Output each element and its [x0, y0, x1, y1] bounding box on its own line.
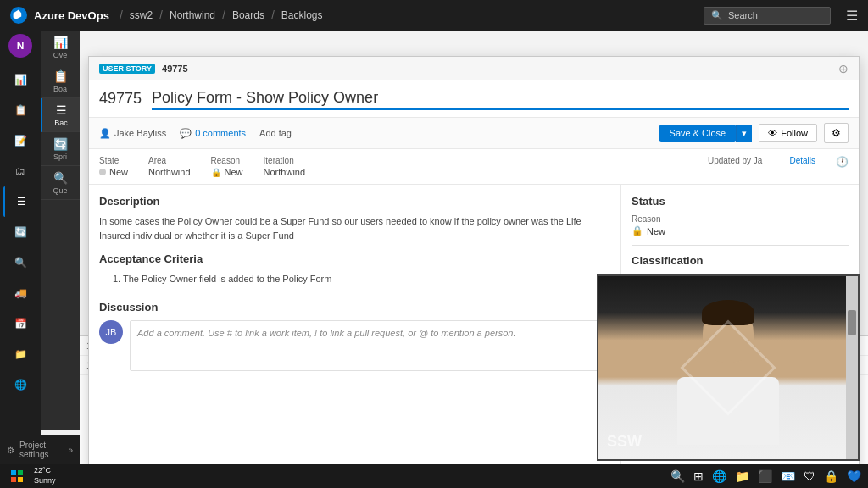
nav-project[interactable]: Northwind [170, 9, 215, 21]
snav-ove-icon: 📊 [53, 36, 68, 49]
backlogs-icon: ☰ [17, 196, 26, 208]
taskbar-mail-icon[interactable]: 📧 [781, 469, 795, 483]
start-button[interactable] [7, 468, 27, 485]
snav-que[interactable]: 🔍 Que [41, 166, 80, 200]
weather-widget: 22°C Sunny [34, 466, 56, 485]
reason-value: 🔒 New [211, 167, 243, 177]
rp-reason-label: Reason [632, 214, 849, 224]
overview-icon: 📊 [14, 74, 27, 86]
sidebar-item-boards[interactable]: 📋 [3, 95, 37, 125]
save-close-button[interactable]: Save & Close [659, 125, 737, 142]
wi-header-bar: USER STORY 49775 ⊕ [89, 57, 859, 80]
wi-title-input[interactable] [152, 87, 849, 110]
project-settings-label: Project settings [19, 441, 63, 459]
comments-count: 0 comments [195, 128, 246, 138]
snav-spri-icon: 🔄 [53, 137, 68, 151]
add-tag-button[interactable]: Add tag [259, 128, 292, 138]
author-name: Jake Bayliss [114, 128, 166, 138]
sidebar-item-overview[interactable]: 📊 [3, 64, 37, 95]
sprints-icon: 🔄 [14, 226, 27, 238]
sidebar-nav: 📊 Ove 📋 Boa ☰ Bac 🔄 Spri 🔍 Que [41, 30, 80, 430]
sidebar-item-sprints[interactable]: 🔄 [3, 217, 37, 247]
taskbar-security-icon[interactable]: 🛡 [804, 469, 815, 483]
acceptance-title: Acceptance Criteria [99, 252, 610, 265]
top-nav: Azure DevOps / ssw2 / Northwind / Boards… [0, 0, 868, 30]
wi-settings-button[interactable]: ⚙ [824, 123, 849, 143]
author-icon: 👤 [99, 128, 111, 139]
wi-left-panel: Description In some cases the Policy Own… [89, 185, 621, 464]
nav-boards[interactable]: Boards [232, 9, 264, 21]
temperature: 22°C [34, 466, 51, 476]
taskbar: 22°C Sunny 🔍 ⊞ 🌐 📁 ⬛ 📧 🛡 🔒 💙 [0, 464, 868, 488]
snav-spri[interactable]: 🔄 Spri [41, 132, 80, 166]
hamburger-icon[interactable]: ☰ [846, 8, 858, 24]
boards-icon: 📋 [14, 104, 27, 116]
taskbar-code-icon[interactable]: 💙 [847, 469, 861, 483]
state-label: State [99, 156, 128, 165]
state-circle [99, 169, 106, 175]
app-title: Azure DevOps [34, 9, 109, 22]
snav-bac-label: Bac [54, 119, 68, 127]
wi-id: 49775 [162, 64, 188, 74]
wi-number: 49775 [99, 90, 142, 108]
sep1: / [120, 8, 123, 22]
nav-org[interactable]: ssw2 [130, 9, 153, 21]
taskbar-edge-icon[interactable]: 🌐 [712, 469, 726, 483]
search-box[interactable]: 🔍 Search [704, 7, 831, 25]
reason-field: Reason 🔒 New [211, 156, 243, 177]
video-logo: SSW [607, 433, 642, 451]
snav-ove[interactable]: 📊 Ove [41, 30, 80, 64]
taskbar-search-icon[interactable]: 🔍 [670, 469, 685, 483]
sidebar-item-delivery[interactable]: 🚚 [3, 278, 37, 308]
sidebar-item-plans[interactable]: 📅 [3, 308, 37, 339]
taskbar-terminal-icon[interactable]: ⬛ [758, 469, 772, 483]
sidebar-item-workitems[interactable]: 📝 [3, 125, 37, 156]
sidebar-item-backlogs[interactable]: ☰ [3, 186, 37, 217]
delivery-icon: 🚚 [14, 287, 27, 299]
sidebar-item-boards2[interactable]: 🗂 [3, 156, 37, 186]
follow-label: Follow [781, 128, 808, 138]
sep3: / [222, 8, 225, 22]
nav-backlogs[interactable]: Backlogs [281, 9, 323, 21]
history-icon[interactable]: 🕐 [836, 156, 849, 168]
snav-ove-label: Ove [53, 51, 68, 59]
taskbar-folder-icon[interactable]: 📁 [735, 469, 749, 483]
snav-boa[interactable]: 📋 Boa [41, 64, 80, 98]
plans-icon: 📅 [14, 318, 27, 330]
chevron-right-icon: » [68, 446, 73, 455]
state-text: New [109, 167, 128, 177]
project-settings-bar: ⚙ Project settings » [0, 435, 80, 464]
save-dropdown-button[interactable]: ▾ [736, 125, 752, 142]
follow-button[interactable]: 👁 Follow [759, 124, 817, 142]
sep4: / [271, 8, 275, 22]
project-settings-item[interactable]: ⚙ Project settings » [0, 435, 80, 464]
wi-title-row: 49775 [89, 80, 859, 118]
workitems-icon: 📝 [14, 135, 27, 147]
sep2: / [159, 8, 163, 22]
ports-icon: 📁 [14, 348, 27, 360]
snav-boa-label: Boa [53, 85, 67, 93]
classification-title: Classification [632, 254, 849, 267]
wi-type-badge: USER STORY [99, 64, 155, 74]
drag-icon: ⊕ [838, 62, 849, 75]
sidebar-item-queries[interactable]: 🔍 [3, 247, 37, 278]
details-button[interactable]: Details [789, 156, 815, 165]
iteration-field: Iteration Northwind [264, 156, 306, 177]
wi-comments[interactable]: 💬 0 comments [180, 128, 246, 139]
save-close-label: Save & Close [670, 128, 726, 138]
snav-bac[interactable]: ☰ Bac [41, 98, 80, 132]
taskbar-task-icon[interactable]: ⊞ [693, 469, 704, 483]
sidebar-item-repos[interactable]: 🌐 [3, 369, 37, 400]
sidebar-item-ports[interactable]: 📁 [3, 339, 37, 369]
video-scrollbar[interactable] [846, 276, 858, 459]
snav-que-icon: 🔍 [53, 171, 68, 185]
description-title: Description [99, 195, 610, 208]
commenter-avatar: JB [99, 320, 123, 344]
gear-icon: ⚙ [832, 127, 841, 139]
taskbar-vpn-icon[interactable]: 🔒 [824, 469, 838, 483]
taskbar-icons: 🔍 ⊞ 🌐 📁 ⬛ 📧 🛡 🔒 💙 [670, 469, 861, 483]
description-text: In some cases the Policy Owner could be … [99, 214, 610, 242]
search-label: Search [728, 10, 758, 20]
comment-input[interactable]: Add a comment. Use # to link a work item… [130, 320, 610, 371]
windows-logo [11, 470, 23, 482]
